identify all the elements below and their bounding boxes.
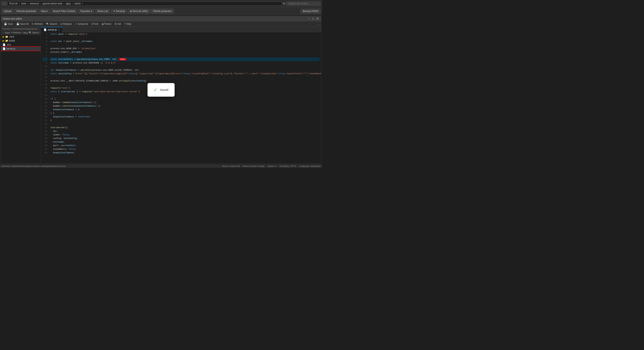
status-history: history version: Empty	[243, 165, 264, 167]
file-icon: 📄	[2, 43, 6, 46]
editor-minimize-button[interactable]: −	[307, 17, 310, 20]
tree-item-public[interactable]: ▶ 📁 public	[1, 39, 41, 43]
editor-close-button[interactable]: ✕	[316, 17, 320, 20]
editor-search-button[interactable]: 🔍 Search	[45, 22, 58, 26]
top-bar: ← ↻	[0, 0, 322, 7]
file-dir-protection-button[interactable]: File/Dir protection	[151, 9, 174, 14]
tree-items: ▶ 📁 .next ▶ 📁 public 📄 .env 📄 server.js	[1, 35, 41, 51]
tree-refresh-button[interactable]: ↻ Refresh	[11, 31, 21, 34]
editor-font-button[interactable]: A Font	[90, 22, 100, 26]
line-numbers: 1234567 8 91011121314 151617181920 21222…	[41, 32, 49, 163]
tree-item-label: public	[9, 39, 15, 42]
editor-replace-button[interactable]: ⇄ Replace	[59, 22, 73, 26]
editor-jumpline-button[interactable]: ↗ JumpLine	[74, 22, 89, 26]
root-dir-button[interactable]: ⊞ Root dir (49G)	[128, 9, 150, 14]
folder-icon: 📁	[5, 35, 8, 38]
favorites-button[interactable]: Favorites ▾	[78, 9, 94, 14]
tree-item-label: .env	[6, 43, 11, 46]
tree-item-env[interactable]: 📄 .env	[1, 43, 41, 47]
status-language: Language: JavaScript	[300, 165, 320, 167]
top-search-input[interactable]	[286, 2, 320, 6]
back-button[interactable]: ←	[2, 2, 7, 6]
file-tree: Directory: /www/wwwroot/ppanel-ad... ← B…	[1, 27, 41, 163]
editor-save-button[interactable]: 💾 Save	[2, 22, 14, 26]
editor-refresh-button[interactable]: ↻ Refresh	[30, 22, 44, 26]
code-text[interactable]: const path = require('path') const dir =…	[49, 32, 321, 163]
code-area: 📄 server.js ✕ 1234567 8 91011121314 1516…	[41, 27, 321, 163]
status-row-col: Row 8, column 58	[222, 165, 240, 167]
folder-icon: 📁	[5, 39, 8, 42]
file-icon: 📄	[2, 47, 6, 50]
editor-toolbar: 💾 Save 💾 Save All ↻ Refresh 🔍 Search ⇄ R…	[1, 21, 321, 27]
status-space: Space: 4	[268, 165, 276, 167]
tree-new-button[interactable]: + New	[22, 32, 28, 34]
tree-back-button[interactable]: ← Back	[2, 32, 10, 34]
tab-serverjs[interactable]: 📄 server.js ✕	[41, 27, 62, 32]
status-directory: Directory: /www/wwwroot/ppanel-admin-web…	[2, 165, 66, 167]
remote-download-button[interactable]: Remote download	[14, 9, 38, 14]
folder-arrow-icon: ▶	[2, 35, 4, 38]
editor-title: Online text editor	[2, 17, 22, 20]
share-list-button[interactable]: Share List	[95, 9, 110, 14]
saved-text: Saved!	[160, 88, 168, 91]
editor-theme-button[interactable]: ◑ Theme	[100, 22, 113, 26]
tree-item-next[interactable]: ▶ 📁 .next	[1, 35, 41, 39]
tree-directory-label: Directory: /www/wwwroot/ppanel-ad...	[1, 27, 41, 31]
upload-button[interactable]: Upload	[2, 9, 14, 14]
backup-pmsn-button[interactable]: Backup PMSN	[300, 9, 320, 14]
editor-expand-icon[interactable]: ⌄	[317, 23, 320, 26]
status-encoding: Encoding: UTF-8	[280, 165, 296, 167]
editor-save-all-button[interactable]: 💾 Save All	[15, 22, 30, 26]
tab-close-icon[interactable]: ✕	[58, 29, 60, 31]
breadcrumb-input[interactable]	[8, 2, 282, 6]
search-files-button[interactable]: Search Files Content	[51, 9, 77, 14]
tree-toolbar: ← Back ↻ Refresh + New 🔍 Search	[1, 31, 41, 35]
editor-set-button[interactable]: ⚙ Set	[113, 22, 122, 26]
editor-titlebar: Online text editor − □ ✕	[1, 16, 321, 21]
saved-dialog: ✓ Saved!	[148, 83, 174, 97]
tree-item-serverjs[interactable]: 📄 server.js	[1, 47, 41, 51]
tree-item-label: .next	[9, 35, 14, 38]
status-bar: Directory: /www/wwwroot/ppanel-admin-web…	[0, 164, 322, 168]
editor-help-button[interactable]: ? Help	[123, 22, 132, 26]
editor-window: Online text editor − □ ✕ 💾 Save 💾 Save A…	[1, 16, 321, 163]
editor-controls: − □ ✕	[307, 17, 320, 20]
editor-maximize-button[interactable]: □	[312, 17, 315, 20]
terminal-button[interactable]: ✦ Terminal	[111, 9, 127, 14]
tree-item-label: server.js	[6, 47, 15, 50]
main-toolbar: Upload Remote download New ▾ Search File…	[0, 7, 322, 15]
tab-file-icon: 📄	[44, 28, 47, 31]
code-content[interactable]: 1234567 8 91011121314 151617181920 21222…	[41, 32, 321, 163]
tab-bar: 📄 server.js ✕	[41, 27, 321, 32]
saved-check-icon: ✓	[154, 87, 158, 93]
tree-search-button[interactable]: 🔍 Search	[29, 31, 39, 34]
folder-arrow-icon: ▶	[2, 39, 4, 42]
new-button[interactable]: New ▾	[39, 9, 50, 14]
top-refresh-button[interactable]: ↻	[283, 2, 286, 5]
tab-label: server.js	[48, 28, 57, 31]
